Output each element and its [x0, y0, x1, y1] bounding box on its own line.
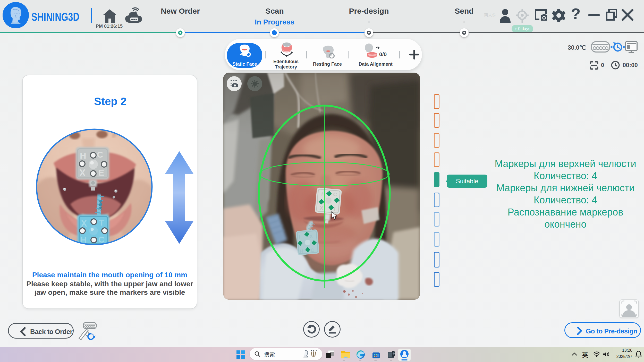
svg-text:C: C: [98, 235, 105, 244]
svg-text:C: C: [97, 150, 103, 159]
svg-text:E: E: [98, 168, 104, 177]
svg-text:X: X: [79, 168, 86, 178]
svg-text:T: T: [99, 218, 104, 227]
svg-text:H: H: [80, 151, 86, 160]
svg-text:X: X: [81, 218, 87, 229]
